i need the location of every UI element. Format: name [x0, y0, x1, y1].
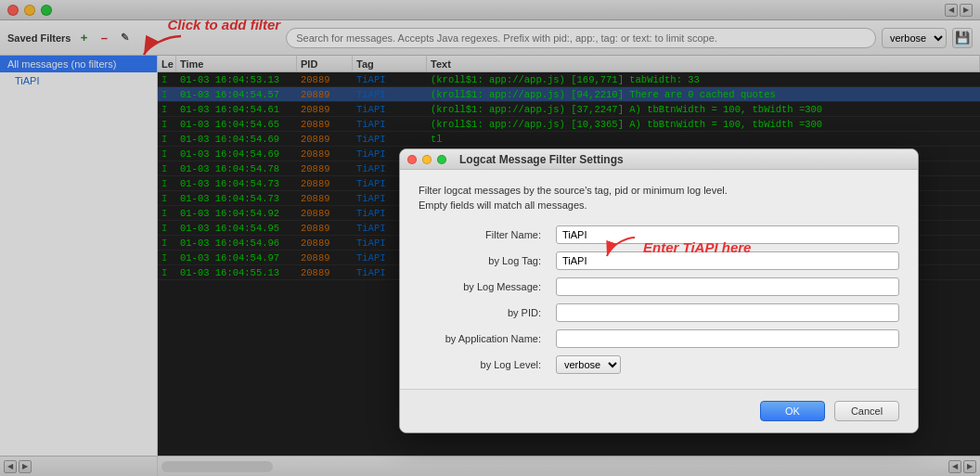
pid-label: by PID: — [419, 307, 548, 318]
dialog-form: Filter Name: by Log Tag: En — [419, 225, 899, 374]
dialog-minimize-button[interactable] — [422, 155, 432, 164]
dialog-title-bar: Logcat Message Filter Settings — [400, 149, 918, 170]
enter-tiapi-label: Enter TiAPI here — [643, 239, 751, 255]
dialog-log-level-select[interactable]: verbose debug info warn error — [556, 355, 621, 374]
log-level-label: by Log Level: — [419, 359, 548, 370]
dialog-description2: Empty fields will match all messages. — [419, 199, 899, 211]
log-tag-label: by Log Tag: — [419, 255, 548, 266]
dialog-maximize-button[interactable] — [437, 155, 446, 164]
pid-input[interactable] — [556, 303, 899, 322]
log-level-row: verbose debug info warn error — [556, 355, 899, 374]
filter-dialog: Logcat Message Filter Settings Filter lo… — [399, 148, 919, 433]
dialog-close-button[interactable] — [407, 155, 417, 164]
dialog-description1: Filter logcat messages by the source's t… — [419, 185, 899, 196]
dialog-footer: OK Cancel — [400, 389, 918, 432]
enter-tiapi-annotation-wrapper: Enter TiAPI here — [602, 233, 751, 261]
dialog-body: Filter logcat messages by the source's t… — [400, 170, 918, 389]
log-message-label: by Log Message: — [419, 281, 548, 292]
enter-tiapi-arrow-icon — [602, 233, 639, 261]
ok-button[interactable]: OK — [760, 401, 825, 421]
dialog-title: Logcat Message Filter Settings — [459, 153, 624, 166]
filter-name-label: Filter Name: — [419, 229, 548, 240]
log-message-input[interactable] — [556, 277, 899, 296]
cancel-button[interactable]: Cancel — [834, 401, 899, 421]
app-name-input[interactable] — [556, 329, 899, 348]
app-name-label: by Application Name: — [419, 333, 548, 344]
